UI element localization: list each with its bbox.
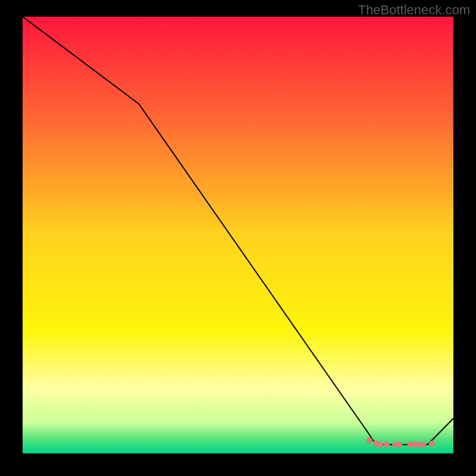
plot-area	[23, 17, 453, 453]
data-marker	[384, 441, 390, 447]
data-marker	[429, 441, 435, 447]
chart-container: TheBottleneck.com	[0, 0, 476, 476]
data-marker	[377, 441, 383, 447]
data-marker	[420, 441, 426, 447]
gradient-rect	[23, 17, 453, 453]
watermark-text: TheBottleneck.com	[358, 2, 470, 18]
data-marker	[397, 441, 403, 447]
data-marker	[367, 437, 372, 443]
chart-svg	[23, 17, 453, 453]
